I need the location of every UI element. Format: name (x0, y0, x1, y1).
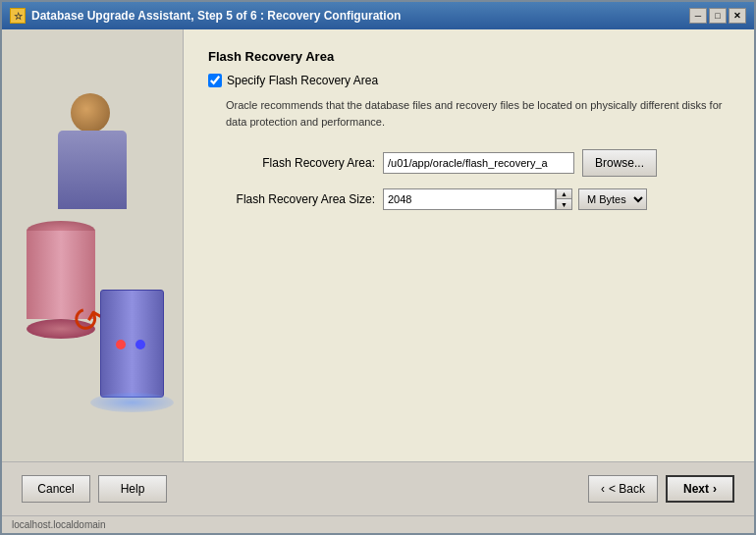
specify-checkbox[interactable] (208, 74, 222, 87)
size-input-container: ▲ ▼ M Bytes G Bytes (383, 188, 647, 210)
description-text: Oracle recommends that the database file… (226, 97, 729, 130)
next-arrow-icon: › (713, 482, 717, 496)
server-body (100, 290, 164, 398)
spinner-down-button[interactable]: ▼ (556, 199, 571, 209)
size-form-row: Flash Recovery Area Size: ▲ ▼ M Bytes G … (208, 188, 729, 210)
server-glow (90, 393, 174, 412)
title-controls: ─ □ ✕ (689, 8, 746, 24)
cancel-button[interactable]: Cancel (22, 475, 90, 503)
app-icon: ☆ (10, 8, 26, 24)
minimize-button[interactable]: ─ (689, 8, 707, 24)
back-label: < Back (609, 482, 645, 496)
next-label: Next (683, 482, 709, 496)
status-text: localhost.localdomain (12, 519, 106, 530)
illustration-panel: ↺ (2, 29, 184, 461)
size-spinner: ▲ ▼ (555, 188, 572, 210)
illustration: ↺ (17, 83, 169, 407)
back-arrow-icon: ‹ (601, 482, 605, 496)
title-bar: ☆ Database Upgrade Assistant, Step 5 of … (2, 2, 754, 29)
server-light-blue (135, 340, 145, 349)
size-label: Flash Recovery Area Size: (208, 192, 375, 206)
content-area: ↺ Flash Recovery Area Specify Flash Reco… (2, 29, 754, 461)
server-tower (100, 290, 164, 398)
server-light-red (116, 340, 126, 349)
specify-checkbox-label[interactable]: Specify Flash Recovery Area (227, 74, 378, 87)
back-button[interactable]: ‹ < Back (588, 475, 658, 503)
window-title: Database Upgrade Assistant, Step 5 of 6 … (31, 9, 401, 23)
footer: Cancel Help ‹ < Back Next › (2, 461, 754, 515)
main-window: ☆ Database Upgrade Assistant, Step 5 of … (0, 0, 756, 535)
title-bar-left: ☆ Database Upgrade Assistant, Step 5 of … (10, 8, 401, 24)
area-input[interactable] (383, 152, 574, 174)
browse-button[interactable]: Browse... (582, 149, 657, 177)
unit-select[interactable]: M Bytes G Bytes (578, 188, 647, 210)
close-button[interactable]: ✕ (729, 8, 746, 24)
person-body (58, 131, 127, 209)
spinner-up-button[interactable]: ▲ (556, 189, 571, 199)
status-bar: localhost.localdomain (2, 515, 754, 533)
specify-checkbox-row: Specify Flash Recovery Area (208, 74, 729, 87)
area-form-row: Flash Recovery Area: Browse... (208, 149, 729, 177)
footer-left: Cancel Help (22, 475, 167, 503)
maximize-button[interactable]: □ (709, 8, 727, 24)
area-label: Flash Recovery Area: (208, 156, 375, 170)
section-title: Flash Recovery Area (208, 49, 729, 64)
footer-right: ‹ < Back Next › (588, 475, 734, 503)
next-button[interactable]: Next › (666, 475, 734, 503)
right-panel: Flash Recovery Area Specify Flash Recove… (184, 29, 754, 461)
size-input[interactable] (383, 188, 555, 210)
person-head (71, 93, 110, 133)
help-button[interactable]: Help (98, 475, 167, 503)
